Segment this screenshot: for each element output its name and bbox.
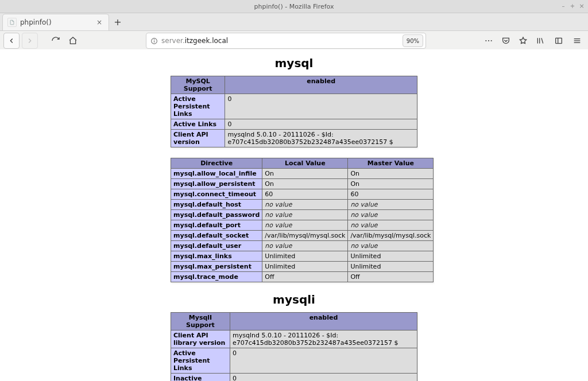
svg-point-3 (485, 40, 486, 41)
window-titlebar: phpinfo() - Mozilla Firefox – + × (0, 0, 588, 13)
svg-point-5 (491, 40, 492, 41)
table-row: mysql.allow_local_infileOnOn (171, 169, 434, 179)
table-cell-key: Active Persistent Links (171, 94, 225, 119)
table-header-directive: Directive (171, 158, 262, 169)
table-cell-local: Off (262, 272, 348, 282)
table-header-mysql-support: MySQL Support (171, 76, 225, 94)
table-cell-master: no value (348, 241, 434, 251)
table-cell-value: mysqlnd 5.0.10 - 20111026 - $Id: e707c41… (230, 331, 417, 348)
table-header-enabled: enabled (225, 76, 417, 94)
bookmark-star-button[interactable] (516, 33, 531, 48)
window-title: phpinfo() - Mozilla Firefox (254, 3, 334, 10)
zoom-indicator[interactable]: 90% (403, 34, 423, 47)
table-row: Active Persistent Links0 (171, 94, 417, 119)
table-cell-master: On (348, 179, 434, 189)
table-cell-key: Inactive Persistent Links (171, 374, 230, 382)
table-row: mysql.default_hostno valueno value (171, 200, 434, 210)
table-header-master-value: Master Value (348, 158, 434, 169)
table-cell-value: mysqlnd 5.0.10 - 20111026 - $Id: e707c41… (225, 130, 417, 147)
table-row: mysql.default_portno valueno value (171, 220, 434, 231)
table-header-mysqli-support: MysqlI Support (171, 313, 230, 331)
svg-point-2 (154, 39, 154, 40)
table-cell-master: 60 (348, 189, 434, 200)
table-cell-value: 0 (225, 94, 417, 119)
table-cell-directive: mysql.allow_local_infile (171, 169, 262, 179)
table-cell-directive: mysql.max_links (171, 251, 262, 262)
table-cell-key: Active Persistent Links (171, 348, 230, 374)
minimize-icon[interactable]: – (560, 3, 566, 9)
table-cell-local: no value (262, 200, 348, 210)
url-bar[interactable]: server.itzgeek.local 90% (146, 33, 426, 49)
table-cell-local: /var/lib/mysql/mysql.sock (262, 231, 348, 241)
table-cell-local: no value (262, 210, 348, 220)
table-cell-local: no value (262, 220, 348, 231)
svg-rect-9 (556, 38, 562, 43)
table-cell-master: On (348, 169, 434, 179)
svg-point-4 (488, 40, 489, 41)
table-cell-value: 0 (225, 119, 417, 130)
mysql-directives-body: mysql.allow_local_infileOnOnmysql.allow_… (171, 169, 434, 282)
table-cell-directive: mysql.default_user (171, 241, 262, 251)
tab-phpinfo[interactable]: phpinfo() × (2, 14, 109, 30)
table-row: Inactive Persistent Links0 (171, 374, 417, 382)
tab-title: phpinfo() (20, 18, 52, 26)
table-cell-directive: mysql.allow_persistent (171, 179, 262, 189)
table-row: mysql.default_passwordno valueno value (171, 210, 434, 220)
hamburger-menu-button[interactable] (570, 33, 585, 48)
table-row: mysql.max_linksUnlimitedUnlimited (171, 251, 434, 262)
close-icon[interactable]: × (579, 3, 585, 9)
table-row: mysql.trace_modeOffOff (171, 272, 434, 282)
navigation-toolbar: server.itzgeek.local 90% (0, 31, 588, 51)
mysqli-summary-body: Client API library versionmysqlnd 5.0.10… (171, 331, 417, 382)
table-cell-local: no value (262, 241, 348, 251)
table-cell-local: On (262, 169, 348, 179)
forward-button[interactable] (22, 33, 38, 49)
mysqli-summary-table: MysqlI Support enabled Client API librar… (171, 312, 417, 381)
table-cell-key: Client API library version (171, 331, 230, 348)
table-cell-directive: mysql.max_persistent (171, 262, 262, 272)
file-icon (7, 18, 17, 27)
table-cell-local: 60 (262, 189, 348, 200)
table-cell-local: On (262, 179, 348, 189)
page-content[interactable]: mysql MySQL Support enabled Active Persi… (0, 49, 588, 381)
maximize-icon[interactable]: + (570, 3, 575, 9)
table-cell-key: Client API version (171, 130, 225, 147)
table-header-enabled: enabled (230, 313, 417, 331)
table-cell-master: Unlimited (348, 262, 434, 272)
table-cell-value: 0 (230, 374, 417, 382)
mysql-summary-body: Active Persistent Links0Active Links0Cli… (171, 94, 417, 147)
mysql-summary-table: MySQL Support enabled Active Persistent … (171, 76, 417, 147)
mysql-directives-table: Directive Local Value Master Value mysql… (171, 158, 434, 282)
table-cell-master: Unlimited (348, 251, 434, 262)
pocket-button[interactable] (498, 33, 513, 48)
home-button[interactable] (65, 33, 80, 48)
table-row: Client API library versionmysqlnd 5.0.10… (171, 331, 417, 348)
site-info-icon[interactable] (149, 36, 159, 46)
table-row: mysql.default_userno valueno value (171, 241, 434, 251)
tab-close-icon[interactable]: × (95, 18, 104, 27)
table-header-local-value: Local Value (262, 158, 348, 169)
tab-bar: phpinfo() × + (0, 13, 588, 31)
table-cell-master: no value (348, 220, 434, 231)
table-row: mysql.connect_timeout6060 (171, 189, 434, 200)
table-cell-directive: mysql.connect_timeout (171, 189, 262, 200)
mysqli-heading: mysqli (171, 293, 417, 306)
table-cell-directive: mysql.trace_mode (171, 272, 262, 282)
reload-button[interactable] (48, 33, 63, 48)
table-cell-master: no value (348, 200, 434, 210)
table-cell-value: 0 (230, 348, 417, 374)
table-row: mysql.max_persistentUnlimitedUnlimited (171, 262, 434, 272)
page-actions-button[interactable] (481, 33, 496, 48)
back-button[interactable] (3, 33, 20, 49)
table-row: Active Links0 (171, 119, 417, 130)
url-host-prefix: server. (161, 37, 185, 45)
table-cell-key: Active Links (171, 119, 225, 130)
table-cell-master: /var/lib/mysql/mysql.sock (348, 231, 434, 241)
table-row: Active Persistent Links0 (171, 348, 417, 374)
new-tab-button[interactable]: + (109, 13, 126, 30)
table-cell-local: Unlimited (262, 262, 348, 272)
table-cell-master: no value (348, 210, 434, 220)
svg-line-8 (541, 38, 543, 43)
library-button[interactable] (533, 33, 548, 48)
sidebars-button[interactable] (551, 33, 566, 48)
